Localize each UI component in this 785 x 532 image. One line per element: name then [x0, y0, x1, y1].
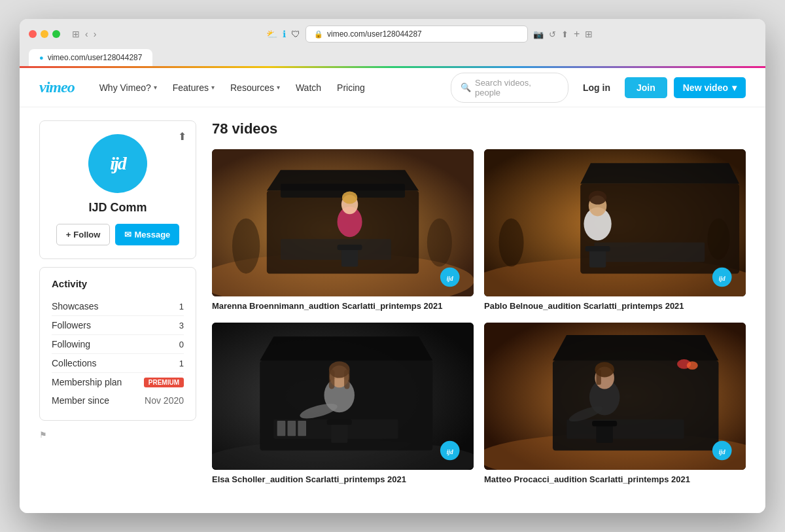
- svg-point-22: [589, 190, 606, 204]
- new-video-label: New video: [683, 82, 728, 93]
- svg-rect-51: [567, 419, 684, 439]
- videos-area: 78 videos: [212, 120, 746, 486]
- follow-label: Follow: [73, 230, 100, 239]
- search-bar[interactable]: 🔍 Search videos, people: [451, 73, 568, 103]
- chevron-down-icon: ▾: [732, 82, 737, 93]
- back-icon[interactable]: ‹: [85, 29, 88, 39]
- lock-icon: 🔒: [314, 30, 323, 39]
- svg-text:ijd: ijd: [719, 275, 725, 282]
- profile-name: IJD Comm: [53, 201, 183, 215]
- nav-pricing[interactable]: Pricing: [330, 79, 372, 97]
- video-title-3: Elsa Scholler_audition Scarlatti_printem…: [212, 474, 474, 486]
- url-text: vimeo.com/user128044287: [327, 29, 422, 39]
- new-video-button[interactable]: New video ▾: [674, 77, 746, 98]
- share-icon[interactable]: ⬆: [178, 130, 186, 143]
- camera-icon: 📷: [533, 29, 544, 39]
- svg-rect-5: [281, 239, 391, 260]
- svg-marker-4: [267, 170, 419, 191]
- svg-rect-35: [287, 421, 296, 436]
- active-tab[interactable]: ● vimeo.com/user128044287: [29, 49, 152, 66]
- video-thumb-1: ijd: [212, 149, 474, 296]
- close-button[interactable]: [29, 30, 37, 38]
- premium-badge: PREMIUM: [144, 378, 184, 387]
- svg-text:ijd: ijd: [447, 449, 453, 455]
- svg-rect-40: [329, 370, 334, 389]
- address-bar-container: ⛅ ℹ 🛡 🔒 vimeo.com/user128044287 📷 ↺ ⬆ + …: [103, 26, 756, 43]
- svg-text:ijd: ijd: [447, 275, 453, 282]
- nav-why-vimeo[interactable]: Why Vimeo? ▾: [93, 79, 164, 97]
- video-card-3[interactable]: ijd Elsa Scholler_audition Scarlatti_pri…: [212, 323, 474, 486]
- search-placeholder: Search videos, people: [475, 78, 559, 98]
- video-card-2[interactable]: ijd Pablo Belnoue_audition Scarlatti_pri…: [484, 149, 746, 312]
- activity-section: Activity Showcases 1 Followers 3 Followi…: [39, 267, 196, 421]
- following-count: 0: [179, 340, 184, 349]
- nav-features[interactable]: Features ▾: [166, 79, 221, 97]
- follow-button[interactable]: + Follow: [56, 224, 111, 245]
- svg-rect-19: [594, 243, 705, 262]
- membership-row: Membership plan PREMIUM: [52, 373, 184, 391]
- browser-controls: ⊞ ‹ ›: [72, 29, 96, 39]
- traffic-lights: [29, 30, 60, 38]
- activity-showcases[interactable]: Showcases 1: [52, 297, 184, 316]
- svg-rect-24: [585, 246, 610, 251]
- following-label: Following: [52, 339, 90, 349]
- video-card-1[interactable]: ijd Marenna Broennimann_audtion Scarlatt…: [212, 149, 474, 312]
- titlebar: ⊞ ‹ › ⛅ ℹ 🛡 🔒 vimeo.com/user128044287 📷 …: [29, 26, 756, 43]
- video-thumb-4: ijd: [484, 323, 746, 470]
- message-button[interactable]: ✉ Message: [115, 224, 179, 245]
- forward-icon[interactable]: ›: [94, 29, 97, 39]
- svg-point-25: [499, 219, 524, 267]
- videos-grid: ijd Marenna Broennimann_audtion Scarlatt…: [212, 149, 746, 486]
- collections-label: Collections: [52, 358, 96, 368]
- video-title-2: Pablo Belnoue_audition Scarlatti_printem…: [484, 301, 746, 312]
- svg-point-60: [687, 361, 698, 370]
- svg-text:ijd: ijd: [719, 449, 725, 455]
- svg-marker-18: [580, 163, 739, 184]
- join-button[interactable]: Join: [625, 77, 667, 98]
- maximize-button[interactable]: [52, 30, 60, 38]
- svg-point-26: [708, 219, 730, 260]
- chevron-down-icon: ▾: [154, 84, 157, 91]
- video-thumb-2: ijd: [484, 149, 746, 296]
- video-card-4[interactable]: ijd Matteo Procacci_audition Scarlatti_p…: [484, 323, 746, 486]
- profile-card: ⬆ ijd IJD Comm + Follow ✉ Message: [39, 120, 196, 259]
- member-since-label: Member since: [52, 395, 109, 406]
- vimeo-logo[interactable]: vimeo: [39, 79, 75, 96]
- svg-point-12: [427, 219, 452, 267]
- member-since-row: Member since Nov 2020: [52, 391, 184, 410]
- nav-resources-label: Resources: [230, 82, 274, 93]
- info-icon: ℹ: [283, 29, 286, 39]
- login-button[interactable]: Log in: [575, 78, 618, 98]
- sidebar-toggle-icon[interactable]: ⊞: [72, 29, 80, 39]
- nav-pricing-label: Pricing: [337, 82, 365, 93]
- followers-count: 3: [179, 321, 184, 330]
- add-tab-icon[interactable]: +: [574, 28, 580, 40]
- flag-icon[interactable]: ⚑: [39, 430, 196, 440]
- activity-following[interactable]: Following 0: [52, 335, 184, 354]
- nav-watch[interactable]: Watch: [289, 79, 328, 97]
- nav-resources[interactable]: Resources ▾: [224, 79, 287, 97]
- activity-collections[interactable]: Collections 1: [52, 354, 184, 373]
- browser-chrome: ⊞ ‹ › ⛅ ℹ 🛡 🔒 vimeo.com/user128044287 📷 …: [20, 19, 765, 66]
- video-thumb-3: ijd: [212, 323, 474, 470]
- minimize-button[interactable]: [41, 30, 48, 38]
- share-browser-icon[interactable]: ⬆: [561, 29, 568, 39]
- message-label: Message: [134, 230, 170, 239]
- avatar: ijd: [88, 134, 147, 193]
- svg-marker-50: [553, 335, 719, 361]
- page-content: vimeo Why Vimeo? ▾ Features ▾ Resources …: [20, 68, 765, 513]
- svg-rect-58: [592, 421, 617, 426]
- svg-rect-44: [327, 419, 352, 425]
- video-title-4: Matteo Procacci_audition Scarlatti_print…: [484, 474, 746, 486]
- nav-right: 🔍 Search videos, people Log in Join New …: [451, 73, 746, 103]
- activity-followers[interactable]: Followers 3: [52, 316, 184, 335]
- svg-point-8: [342, 191, 357, 204]
- address-bar[interactable]: 🔒 vimeo.com/user128044287: [305, 26, 528, 43]
- nav-links: Why Vimeo? ▾ Features ▾ Resources ▾ Watc…: [93, 79, 451, 97]
- svg-marker-32: [260, 336, 432, 361]
- svg-rect-36: [298, 421, 306, 436]
- svg-rect-10: [338, 245, 362, 250]
- refresh-icon[interactable]: ↺: [549, 29, 556, 39]
- chevron-down-icon: ▾: [211, 84, 215, 91]
- grid-icon[interactable]: ⊞: [585, 29, 593, 39]
